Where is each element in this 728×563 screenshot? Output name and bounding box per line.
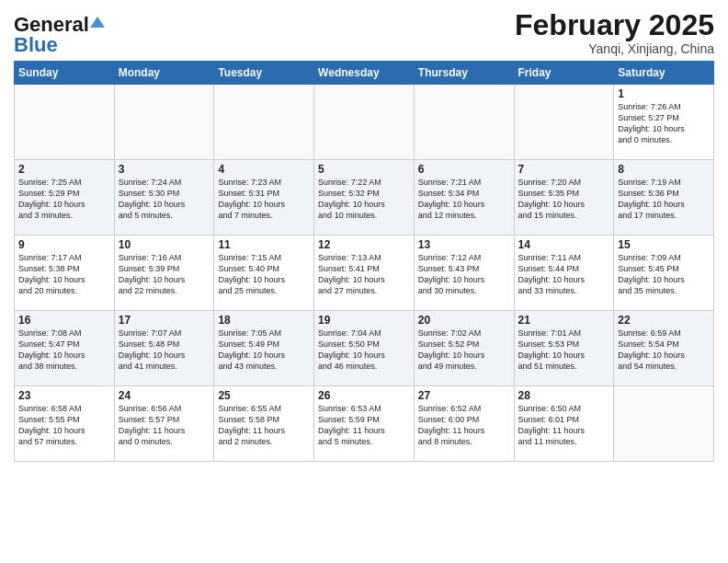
day-number: 24 [119,389,210,402]
table-row [114,85,214,160]
logo-icon [90,15,105,29]
calendar-week-row: 1Sunrise: 7:26 AM Sunset: 5:27 PM Daylig… [15,85,714,160]
table-row: 3Sunrise: 7:24 AM Sunset: 5:30 PM Daylig… [114,160,214,236]
day-info: Sunrise: 7:15 AM Sunset: 5:40 PM Dayligh… [218,252,310,297]
day-info: Sunrise: 7:17 AM Sunset: 5:38 PM Dayligh… [18,252,110,297]
table-row: 9Sunrise: 7:17 AM Sunset: 5:38 PM Daylig… [15,236,115,311]
table-row [614,386,714,462]
day-number: 4 [218,163,310,176]
day-info: Sunrise: 7:24 AM Sunset: 5:30 PM Dayligh… [119,177,210,222]
day-number: 5 [318,163,410,176]
table-row: 23Sunrise: 6:58 AM Sunset: 5:55 PM Dayli… [15,386,115,462]
table-row [15,85,115,160]
logo: General Blue [14,13,105,57]
day-number: 9 [18,238,110,251]
col-friday: Friday [514,62,614,85]
day-number: 16 [18,314,110,327]
col-thursday: Thursday [414,62,514,85]
table-row: 6Sunrise: 7:21 AM Sunset: 5:34 PM Daylig… [414,160,514,236]
table-row: 26Sunrise: 6:53 AM Sunset: 5:59 PM Dayli… [314,386,415,462]
svg-marker-0 [90,17,105,28]
day-info: Sunrise: 7:02 AM Sunset: 5:52 PM Dayligh… [418,327,510,373]
calendar-week-row: 23Sunrise: 6:58 AM Sunset: 5:55 PM Dayli… [15,386,714,462]
table-row [414,85,514,160]
day-number: 8 [618,163,710,176]
day-info: Sunrise: 7:11 AM Sunset: 5:44 PM Dayligh… [518,252,610,297]
calendar-title: February 2025 [515,9,714,41]
day-info: Sunrise: 7:23 AM Sunset: 5:31 PM Dayligh… [218,177,310,222]
day-number: 18 [218,314,310,327]
day-info: Sunrise: 7:20 AM Sunset: 5:35 PM Dayligh… [518,177,610,222]
table-row: 11Sunrise: 7:15 AM Sunset: 5:40 PM Dayli… [214,236,314,311]
table-row: 19Sunrise: 7:04 AM Sunset: 5:50 PM Dayli… [314,311,415,386]
table-row: 28Sunrise: 6:50 AM Sunset: 6:01 PM Dayli… [514,386,614,462]
day-info: Sunrise: 7:08 AM Sunset: 5:47 PM Dayligh… [18,327,110,373]
day-number: 3 [119,163,210,176]
col-wednesday: Wednesday [314,62,415,85]
col-saturday: Saturday [614,62,714,85]
table-row: 27Sunrise: 6:52 AM Sunset: 6:00 PM Dayli… [414,386,514,462]
col-tuesday: Tuesday [214,62,314,85]
col-sunday: Sunday [15,62,115,85]
calendar-body: 1Sunrise: 7:26 AM Sunset: 5:27 PM Daylig… [15,85,714,462]
day-info: Sunrise: 7:12 AM Sunset: 5:43 PM Dayligh… [418,252,510,297]
day-number: 6 [418,163,510,176]
table-row: 7Sunrise: 7:20 AM Sunset: 5:35 PM Daylig… [514,160,614,236]
day-number: 23 [18,389,110,402]
day-info: Sunrise: 7:04 AM Sunset: 5:50 PM Dayligh… [318,327,410,373]
day-info: Sunrise: 6:50 AM Sunset: 6:01 PM Dayligh… [518,403,610,448]
day-number: 20 [418,314,510,327]
table-row: 12Sunrise: 7:13 AM Sunset: 5:41 PM Dayli… [314,236,415,311]
table-row: 21Sunrise: 7:01 AM Sunset: 5:53 PM Dayli… [514,311,614,386]
day-info: Sunrise: 7:26 AM Sunset: 5:27 PM Dayligh… [618,101,710,146]
table-row: 4Sunrise: 7:23 AM Sunset: 5:31 PM Daylig… [214,160,314,236]
table-row: 10Sunrise: 7:16 AM Sunset: 5:39 PM Dayli… [114,236,214,311]
day-info: Sunrise: 7:22 AM Sunset: 5:32 PM Dayligh… [318,177,410,222]
day-info: Sunrise: 6:56 AM Sunset: 5:57 PM Dayligh… [119,403,210,448]
table-row: 1Sunrise: 7:26 AM Sunset: 5:27 PM Daylig… [614,85,714,160]
day-number: 21 [518,314,610,327]
col-monday: Monday [114,62,214,85]
title-area: February 2025 Yanqi, Xinjiang, China [515,9,714,56]
day-info: Sunrise: 6:53 AM Sunset: 5:59 PM Dayligh… [318,403,410,448]
day-number: 2 [18,163,110,176]
table-row: 14Sunrise: 7:11 AM Sunset: 5:44 PM Dayli… [514,236,614,311]
day-info: Sunrise: 7:05 AM Sunset: 5:49 PM Dayligh… [218,327,310,373]
day-info: Sunrise: 7:01 AM Sunset: 5:53 PM Dayligh… [518,327,610,373]
table-row: 8Sunrise: 7:19 AM Sunset: 5:36 PM Daylig… [614,160,714,236]
table-row [314,85,415,160]
table-row: 17Sunrise: 7:07 AM Sunset: 5:48 PM Dayli… [114,311,214,386]
table-row [514,85,614,160]
table-row: 16Sunrise: 7:08 AM Sunset: 5:47 PM Dayli… [15,311,115,386]
day-info: Sunrise: 7:19 AM Sunset: 5:36 PM Dayligh… [618,177,710,222]
day-number: 19 [318,314,410,327]
day-number: 15 [618,238,710,251]
calendar-header-row: Sunday Monday Tuesday Wednesday Thursday… [15,62,714,85]
day-info: Sunrise: 7:16 AM Sunset: 5:39 PM Dayligh… [119,252,210,297]
calendar-subtitle: Yanqi, Xinjiang, China [515,41,714,56]
table-row: 2Sunrise: 7:25 AM Sunset: 5:29 PM Daylig… [15,160,115,236]
day-number: 27 [418,389,510,402]
day-info: Sunrise: 7:07 AM Sunset: 5:48 PM Dayligh… [119,327,210,373]
day-info: Sunrise: 6:58 AM Sunset: 5:55 PM Dayligh… [18,403,110,448]
table-row [214,85,314,160]
table-row: 22Sunrise: 6:59 AM Sunset: 5:54 PM Dayli… [614,311,714,386]
table-row: 15Sunrise: 7:09 AM Sunset: 5:45 PM Dayli… [614,236,714,311]
day-number: 14 [518,238,610,251]
page-container: General Blue February 2025 Yanqi, Xinjia… [0,0,728,466]
table-row: 18Sunrise: 7:05 AM Sunset: 5:49 PM Dayli… [214,311,314,386]
day-info: Sunrise: 7:13 AM Sunset: 5:41 PM Dayligh… [318,252,410,297]
logo-text: General Blue [14,13,105,57]
day-info: Sunrise: 7:09 AM Sunset: 5:45 PM Dayligh… [618,252,710,297]
day-number: 17 [119,314,210,327]
day-info: Sunrise: 6:55 AM Sunset: 5:58 PM Dayligh… [218,403,310,448]
table-row: 13Sunrise: 7:12 AM Sunset: 5:43 PM Dayli… [414,236,514,311]
day-number: 11 [218,238,310,251]
calendar-week-row: 16Sunrise: 7:08 AM Sunset: 5:47 PM Dayli… [15,311,714,386]
day-info: Sunrise: 6:59 AM Sunset: 5:54 PM Dayligh… [618,327,710,373]
header: General Blue February 2025 Yanqi, Xinjia… [14,9,714,57]
calendar-week-row: 9Sunrise: 7:17 AM Sunset: 5:38 PM Daylig… [15,236,714,311]
day-number: 28 [518,389,610,402]
table-row: 5Sunrise: 7:22 AM Sunset: 5:32 PM Daylig… [314,160,415,236]
day-number: 10 [119,238,210,251]
